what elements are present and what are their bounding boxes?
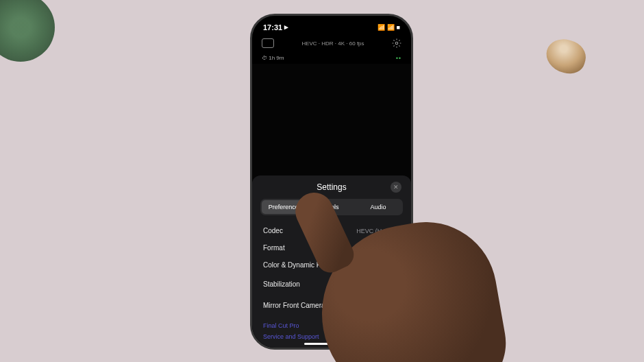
decorative-plant	[0, 0, 55, 62]
settings-title: Settings	[317, 182, 346, 192]
camera-switch-icon[interactable]	[262, 38, 274, 48]
codec-label: Codec	[263, 227, 283, 234]
tab-audio[interactable]: Audio	[355, 200, 401, 214]
close-button[interactable]: ✕	[391, 182, 401, 193]
wifi-icon: 📶	[387, 24, 395, 31]
recording-info: ⏱ 1h 9m ▪▪	[252, 52, 411, 64]
close-icon: ✕	[393, 184, 399, 191]
gear-icon[interactable]	[392, 38, 401, 48]
stabilization-label: Stabilization	[263, 280, 300, 288]
settings-header: Settings ✕	[252, 182, 411, 199]
mirror-label: Mirror Front Camera	[263, 302, 325, 309]
format-label: Format	[263, 244, 285, 252]
decorative-shell	[543, 35, 589, 77]
phone-notch	[307, 21, 356, 35]
time-remaining: ⏱ 1h 9m	[262, 55, 284, 61]
audio-level-indicator: ▪▪	[396, 55, 401, 61]
camera-header: HEVC · HDR · 4K · 60 fps	[252, 34, 411, 52]
status-time: 17:31	[263, 23, 282, 32]
format-summary[interactable]: HEVC · HDR · 4K · 60 fps	[301, 40, 364, 47]
signal-icon: 📶	[377, 24, 385, 31]
battery-icon: ■	[397, 24, 400, 31]
svg-point-0	[395, 42, 398, 45]
location-icon: ▸	[284, 23, 288, 32]
